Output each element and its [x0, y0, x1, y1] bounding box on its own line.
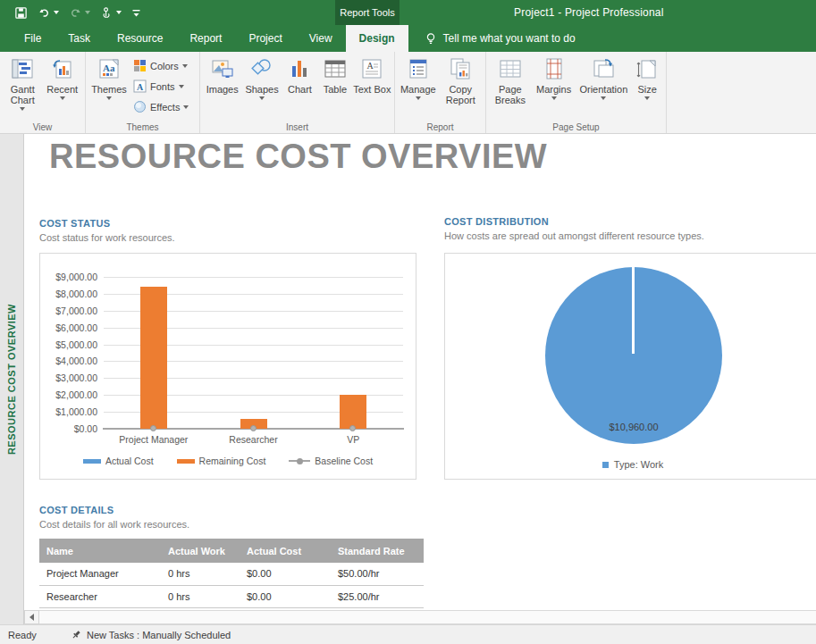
- pie-legend-label: Type: Work: [614, 459, 663, 470]
- svg-text:A: A: [137, 82, 144, 92]
- scroll-left-icon: [29, 614, 34, 621]
- table-header-cell: Standard Rate: [331, 539, 424, 563]
- copy-report-button[interactable]: Copy Report: [439, 54, 483, 118]
- customize-quick-access-toolbar-button[interactable]: [131, 8, 141, 18]
- margins-caret: [551, 96, 557, 100]
- chart-button[interactable]: Chart: [282, 54, 317, 118]
- legend-line-marker: [297, 458, 303, 464]
- effects-label: Effects: [150, 102, 180, 113]
- quick-access-toolbar: [14, 0, 141, 25]
- cost-status-chart[interactable]: $0.00$1,000.00$2,000.00$3,000.00$4,000.0…: [39, 253, 416, 480]
- recent-caret: [60, 96, 65, 100]
- gantt-chart-caret: [20, 107, 25, 111]
- orientation-icon: [591, 56, 616, 81]
- cost-details-heading: COST DETAILS: [39, 505, 114, 515]
- status-bar: Ready New Tasks : Manually Scheduled: [0, 624, 816, 644]
- scrollbar-track[interactable]: [39, 610, 816, 624]
- size-label: Size: [637, 84, 656, 95]
- table-cell: $0.00: [240, 585, 331, 607]
- window-title: Project1 - Project Professional: [514, 0, 664, 25]
- manage-label: Manage: [400, 84, 436, 95]
- status-ready: Ready: [8, 630, 60, 640]
- margins-button[interactable]: Margins: [532, 54, 576, 118]
- images-button[interactable]: Images: [203, 54, 241, 118]
- customize-quick-access-toolbar-icon: [131, 8, 141, 18]
- tab-design[interactable]: Design: [346, 25, 408, 52]
- tab-task[interactable]: Task: [55, 25, 104, 52]
- tab-file[interactable]: File: [11, 25, 55, 52]
- pie-divider-line: [632, 267, 635, 354]
- fonts-button[interactable]: A Fonts: [130, 77, 192, 96]
- table-icon: [323, 56, 348, 81]
- table-cell: Project Manager: [39, 563, 161, 585]
- pushpin-icon: [71, 629, 82, 640]
- pie-data-label: $10,960.00: [562, 422, 705, 432]
- baseline-marker: [250, 425, 257, 431]
- svg-text:A: A: [367, 61, 374, 71]
- colors-button[interactable]: Colors: [130, 56, 192, 75]
- redo-dropdown-caret[interactable]: [85, 11, 90, 14]
- y-axis-tick-label: $6,000.00: [42, 322, 97, 333]
- undo-dropdown-caret[interactable]: [54, 11, 59, 14]
- contextual-tab-group: Report Tools: [335, 0, 400, 25]
- tab-resource[interactable]: Resource: [104, 25, 176, 52]
- new-tasks-button[interactable]: New Tasks : Manually Scheduled: [71, 629, 231, 640]
- table-header-cell: Actual Work: [161, 539, 240, 563]
- cost-distribution-chart[interactable]: $10,960.00 Type: Work: [444, 253, 816, 480]
- cost-status-heading: COST STATUS: [39, 218, 110, 229]
- orientation-label: Orientation: [579, 84, 627, 95]
- save-icon: [14, 6, 28, 20]
- report-title[interactable]: RESOURCE COST OVERVIEW: [49, 138, 547, 176]
- redo-icon: [69, 6, 82, 20]
- themes-button[interactable]: Aa Themes: [88, 54, 130, 118]
- undo-button[interactable]: [38, 6, 59, 20]
- gantt-chart-label: Gantt Chart: [3, 84, 43, 105]
- ribbon-group-insert: Images Shapes Chart Table A Text Box: [200, 52, 395, 133]
- scroll-left-button[interactable]: [24, 610, 39, 624]
- tab-view[interactable]: View: [296, 25, 346, 52]
- save-button[interactable]: [14, 6, 28, 20]
- tell-me-box[interactable]: Tell me what you want to do: [425, 25, 576, 52]
- effects-button[interactable]: Effects: [130, 97, 192, 116]
- table-row[interactable]: Project Manager0 hrs$0.00$50.00/hr: [39, 563, 424, 585]
- ribbon-group-label-view: View: [0, 122, 85, 132]
- tell-me-label: Tell me what you want to do: [443, 32, 576, 45]
- horizontal-scrollbar[interactable]: [0, 610, 816, 624]
- active-view-bar[interactable]: RESOURCE COST OVERVIEW: [0, 134, 24, 610]
- fonts-caret: [179, 85, 184, 88]
- touch-mode-dropdown-caret[interactable]: [116, 11, 122, 14]
- orientation-button[interactable]: Orientation: [576, 54, 632, 118]
- shapes-caret: [259, 96, 265, 100]
- legend-label: Baseline Cost: [315, 456, 373, 466]
- size-caret: [644, 96, 650, 100]
- scrollbar-corner: [0, 610, 24, 624]
- tab-report[interactable]: Report: [176, 25, 235, 52]
- text-box-button[interactable]: A Text Box: [353, 54, 391, 118]
- table-row[interactable]: Researcher0 hrs$0.00$25.00/hr: [39, 585, 424, 607]
- touch-mouse-mode-button[interactable]: [100, 6, 122, 20]
- table-label: Table: [324, 84, 347, 95]
- chart-icon: [287, 56, 312, 81]
- colors-label: Colors: [150, 61, 179, 71]
- orientation-caret: [601, 96, 606, 100]
- ribbon-group-label-page-setup: Page Setup: [486, 122, 666, 132]
- legend-line-swatch: [289, 460, 310, 462]
- size-button[interactable]: Size: [631, 54, 663, 118]
- ribbon-group-view: Gantt Chart Recent View: [0, 52, 86, 133]
- page-breaks-button[interactable]: Page Breaks: [489, 54, 532, 118]
- undo-icon: [38, 6, 51, 20]
- cost-status-subtitle: Cost status for work resources.: [39, 232, 175, 243]
- themes-icon: Aa: [97, 56, 122, 81]
- table-button[interactable]: Table: [317, 54, 352, 118]
- cost-details-table[interactable]: NameActual WorkActual CostStandard Rate …: [39, 539, 424, 608]
- manage-button[interactable]: Manage: [398, 54, 439, 118]
- redo-button[interactable]: [69, 6, 90, 20]
- recent-button[interactable]: Recent: [43, 54, 83, 118]
- gantt-chart-button[interactable]: Gantt Chart: [3, 54, 43, 118]
- manage-caret: [416, 96, 421, 100]
- recent-icon: [50, 56, 75, 81]
- themes-label: Themes: [91, 84, 127, 95]
- ribbon-group-label-insert: Insert: [200, 122, 394, 132]
- shapes-button[interactable]: Shapes: [241, 54, 282, 118]
- tab-project[interactable]: Project: [235, 25, 295, 52]
